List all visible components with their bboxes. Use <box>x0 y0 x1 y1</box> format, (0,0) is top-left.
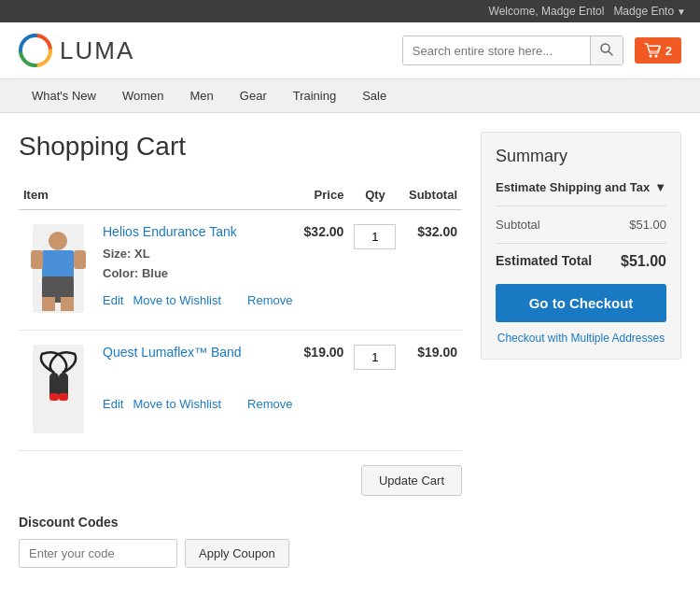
color-value: Blue <box>142 266 168 280</box>
top-bar: Welcome, Madge Entol Madge Ento ▼ <box>0 0 700 22</box>
item-actions-band: Edit Move to Wishlist Remove <box>103 397 293 411</box>
remove-link-band[interactable]: Remove <box>247 397 292 411</box>
subtotal-label: Subtotal <box>496 218 540 232</box>
item-color-row: Color: Blue <box>103 264 293 284</box>
discount-section: Discount Codes Apply Coupon <box>19 515 462 568</box>
item-name-band[interactable]: Quest Lumaflex™ Band <box>103 345 293 360</box>
svg-point-3 <box>649 55 651 58</box>
update-cart-button[interactable]: Update Cart <box>361 465 462 496</box>
item-subtotal-band: $19.00 <box>402 331 462 451</box>
edit-link-band[interactable]: Edit <box>103 397 123 411</box>
apply-coupon-button[interactable]: Apply Coupon <box>185 539 289 568</box>
svg-rect-12 <box>61 297 74 311</box>
account-name: Madge Ento <box>613 5 674 18</box>
table-row: Helios Endurance Tank Size: XL Color: Bl… <box>19 210 462 331</box>
subtotal-value: $51.00 <box>629 218 666 232</box>
nav-item-gear[interactable]: Gear <box>227 79 280 112</box>
item-qty-input-band[interactable] <box>354 345 396 370</box>
item-details-cell-band: Quest Lumaflex™ Band Edit Move to Wishli… <box>98 331 298 451</box>
cart-actions: Update Cart <box>19 465 462 496</box>
item-qty-input-tank[interactable] <box>354 224 396 249</box>
remove-link-tank[interactable]: Remove <box>247 293 292 307</box>
estimate-shipping-row[interactable]: Estimate Shipping and Tax ▼ <box>496 180 666 206</box>
col-qty: Qty <box>348 180 401 210</box>
item-image-tank <box>23 224 93 313</box>
header: LUMA 2 <box>0 22 700 79</box>
svg-line-2 <box>609 51 612 55</box>
estimate-label: Estimate Shipping and Tax <box>496 180 650 194</box>
cart-table: Item Price Qty Subtotal <box>19 180 462 451</box>
item-name-tank[interactable]: Helios Endurance Tank <box>103 224 293 239</box>
search-icon <box>600 43 613 56</box>
nav-item-women[interactable]: Women <box>109 79 177 112</box>
svg-rect-17 <box>59 393 68 401</box>
header-right: 2 <box>402 35 681 65</box>
svg-point-4 <box>654 55 657 58</box>
item-options-tank: Size: XL Color: Blue <box>103 245 293 284</box>
color-label: Color: <box>103 266 138 280</box>
cart-count: 2 <box>665 44 672 58</box>
nav-item-training[interactable]: Training <box>280 79 349 112</box>
wishlist-link-band[interactable]: Move to Wishlist <box>133 397 221 411</box>
cart-table-header: Item Price Qty Subtotal <box>19 180 462 210</box>
discount-title: Discount Codes <box>19 515 462 530</box>
main-content: Shopping Cart Item Price Qty Subtotal <box>0 113 700 587</box>
item-details-cell: Helios Endurance Tank Size: XL Color: Bl… <box>98 210 298 331</box>
multiple-checkout-link[interactable]: Checkout with Multiple Addresses <box>496 332 666 345</box>
cart-button[interactable]: 2 <box>635 37 681 64</box>
page-title: Shopping Cart <box>19 132 462 162</box>
summary-title: Summary <box>496 147 666 166</box>
item-qty-cell-band <box>348 331 401 451</box>
search-input[interactable] <box>403 36 590 64</box>
search-box[interactable] <box>402 35 623 65</box>
item-image-cell <box>19 210 98 331</box>
checkout-button[interactable]: Go to Checkout <box>496 284 666 322</box>
nav-item-sale[interactable]: Sale <box>349 79 399 112</box>
wishlist-link-tank[interactable]: Move to Wishlist <box>133 293 221 307</box>
svg-rect-11 <box>42 297 55 311</box>
search-button[interactable] <box>590 36 623 64</box>
estimate-arrow-icon: ▼ <box>654 180 666 194</box>
logo-link[interactable]: LUMA <box>19 34 134 67</box>
item-price-tank: $32.00 <box>298 210 349 331</box>
col-subtotal: Subtotal <box>402 180 462 210</box>
nav-item-men[interactable]: Men <box>177 79 227 112</box>
total-value: $51.00 <box>621 253 666 270</box>
cart-section: Shopping Cart Item Price Qty Subtotal <box>19 132 462 568</box>
edit-link-tank[interactable]: Edit <box>103 293 123 307</box>
col-price: Price <box>298 180 349 210</box>
welcome-text: Welcome, Madge Entol <box>489 5 605 18</box>
table-row: Quest Lumaflex™ Band Edit Move to Wishli… <box>19 331 462 451</box>
svg-rect-7 <box>42 250 74 278</box>
svg-rect-16 <box>49 393 59 401</box>
item-image-band <box>23 345 93 433</box>
account-dropdown-arrow: ▼ <box>677 7 686 17</box>
svg-rect-9 <box>74 250 86 269</box>
logo-icon <box>19 34 52 67</box>
item-subtotal-tank: $32.00 <box>402 210 462 331</box>
logo-text: LUMA <box>60 36 134 65</box>
item-size-row: Size: XL <box>103 245 293 264</box>
discount-input[interactable] <box>19 539 177 568</box>
account-menu[interactable]: Madge Ento ▼ <box>613 5 686 18</box>
cart-icon <box>644 43 661 58</box>
size-label: Size: <box>103 247 131 261</box>
svg-point-6 <box>49 232 67 250</box>
discount-form: Apply Coupon <box>19 539 462 568</box>
main-nav: What's New Women Men Gear Training Sale <box>0 79 700 113</box>
svg-rect-8 <box>31 250 43 269</box>
subtotal-row: Subtotal $51.00 <box>496 218 666 244</box>
item-price-band: $19.00 <box>298 331 349 451</box>
item-image-cell-band <box>19 331 98 451</box>
col-item: Item <box>19 180 298 210</box>
item-qty-cell-tank <box>348 210 401 331</box>
total-label: Estimated Total <box>496 253 592 270</box>
size-value: XL <box>134 247 150 261</box>
summary-sidebar: Summary Estimate Shipping and Tax ▼ Subt… <box>481 132 681 360</box>
total-row: Estimated Total $51.00 <box>496 253 666 270</box>
item-actions-tank: Edit Move to Wishlist Remove <box>103 293 293 307</box>
nav-item-whats-new[interactable]: What's New <box>19 79 109 112</box>
